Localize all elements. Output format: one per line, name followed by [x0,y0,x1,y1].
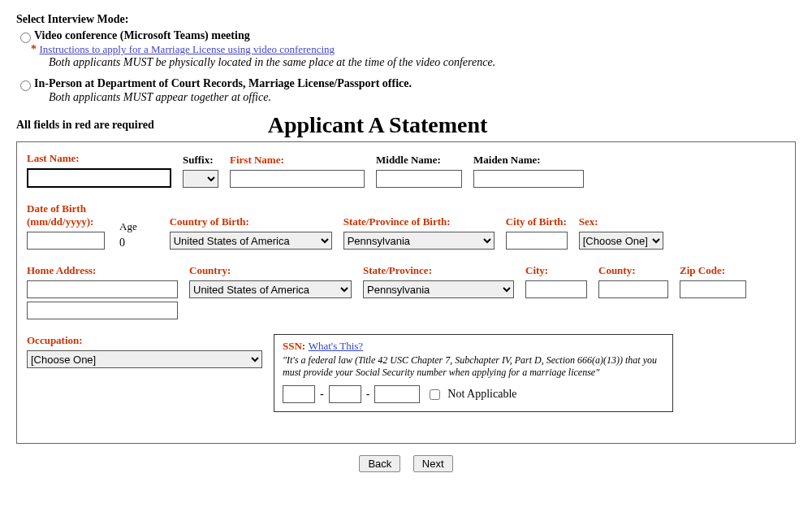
sex-select[interactable]: [Choose One] [579,232,663,250]
city-birth-input[interactable] [506,232,568,250]
country-select[interactable]: United States of America [189,280,352,298]
suffix-select[interactable] [183,170,218,188]
ssn-part2-input[interactable] [329,385,361,403]
label-dob: Date of Birth (mm/dd/yyyy): [27,202,108,228]
label-home-address: Home Address: [27,264,178,277]
required-note: All fields in red are required [16,119,154,132]
city-input[interactable] [525,280,587,298]
applicant-form: Last Name: Suffix: First Name: Middle Na… [16,141,796,444]
label-ssn: SSN: [283,340,305,352]
interview-heading: Select Interview Mode: [16,13,796,26]
maiden-name-input[interactable] [473,170,584,188]
label-country-birth: Country of Birth: [170,215,332,228]
ssn-na-checkbox[interactable] [430,389,440,400]
label-last-name: Last Name: [27,152,171,165]
radio-video[interactable] [20,33,31,43]
label-first-name: First Name: [230,154,365,167]
label-country: Country: [189,264,352,277]
label-county: County: [598,264,668,277]
label-occupation: Occupation: [27,334,262,347]
state-select[interactable]: Pennsylvania [363,280,514,298]
label-middle-name: Middle Name: [376,154,462,167]
ssn-part1-input[interactable] [283,385,315,403]
state-birth-select[interactable]: Pennsylvania [343,232,495,250]
occupation-select[interactable]: [Choose One] [27,350,262,368]
interview-option-inperson: In-Person at Department of Court Records… [16,77,796,91]
label-maiden-name: Maiden Name: [473,154,584,167]
label-zip: Zip Code: [680,264,746,277]
ssn-part3-input[interactable] [374,385,420,403]
label-state: State/Province: [363,264,514,277]
last-name-input[interactable] [27,168,171,188]
radio-inperson[interactable] [20,80,31,91]
label-city-birth: City of Birth: [506,215,568,228]
instructions-link-row: * Instructions to apply for a Marriage L… [31,43,796,56]
page-title: Applicant A Statement [268,112,488,138]
label-state-birth: State/Province of Birth: [343,215,495,228]
ssn-na-label: Not Applicable [447,388,516,401]
label-suffix: Suffix: [183,154,218,167]
inperson-note: Both applicants MUST appear together at … [49,91,796,104]
label-city: City: [525,264,587,277]
zip-input[interactable] [680,280,746,298]
ssn-sep2: - [366,388,370,401]
radio-inperson-label: In-Person at Department of Court Records… [34,77,412,90]
address1-input[interactable] [27,280,178,298]
label-age: Age [119,220,137,233]
age-value: 0 [119,237,125,250]
instructions-link[interactable]: Instructions to apply for a Marriage Lic… [40,43,335,55]
ssn-whats-this-link[interactable]: What's This? [309,340,363,352]
ssn-note: "It's a federal law (Title 42 USC Chapte… [283,354,664,379]
dob-input[interactable] [27,232,105,250]
address2-input[interactable] [27,302,178,319]
first-name-input[interactable] [230,170,365,188]
radio-video-label: Video conference (Microsoft Teams) meeti… [34,29,250,42]
age-block: Age 0 [119,220,137,250]
county-input[interactable] [598,280,668,298]
back-button[interactable]: Back [359,455,400,472]
label-sex: Sex: [579,215,663,228]
next-button[interactable]: Next [413,455,453,472]
ssn-sep1: - [320,388,324,401]
asterisk-icon: * [31,43,37,55]
interview-option-video: Video conference (Microsoft Teams) meeti… [16,29,796,43]
ssn-box: SSN: What's This? "It's a federal law (T… [274,334,673,412]
country-birth-select[interactable]: United States of America [170,232,332,250]
video-note: Both applicants MUST be physically locat… [49,56,796,69]
middle-name-input[interactable] [376,170,462,188]
